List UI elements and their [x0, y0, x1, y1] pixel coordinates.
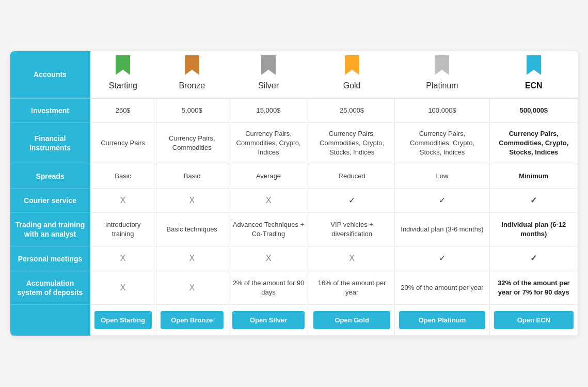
bronze-courier-value: X — [189, 196, 195, 205]
investment-sidebar: Investment — [10, 98, 90, 123]
starting-instruments: Currency Pairs — [90, 122, 156, 164]
bronze-accumulation-value: X — [189, 283, 195, 292]
silver-label: Silver — [258, 81, 279, 90]
silver-investment: 15,000$ — [228, 98, 309, 123]
gold-btn-cell: Open Gold — [309, 305, 395, 336]
starting-accumulation-value: X — [120, 283, 126, 292]
platinum-meetings-value: ✓ — [439, 254, 446, 262]
starting-courier-value: X — [120, 196, 126, 205]
bronze-meetings: X — [156, 246, 228, 271]
instruments-label: Financial Instruments — [29, 134, 71, 152]
bronze-accumulation: X — [156, 271, 228, 304]
ecn-accumulation: 32% of the amount per year or 7% for 90 … — [490, 271, 578, 304]
open-bronze-button[interactable]: Open Bronze — [161, 311, 224, 329]
header-accounts-cell: Accounts — [10, 51, 90, 98]
ecn-meetings: ✓ — [490, 246, 578, 271]
bronze-label: Bronze — [179, 81, 205, 90]
platinum-btn-cell: Open Platinum — [394, 305, 489, 336]
spreads-sidebar: Spreads — [10, 164, 90, 188]
trading-label: Trading and training with an analyst — [15, 221, 85, 238]
comparison-table: Accounts Starting — [10, 51, 578, 336]
courier-row: Courier service X X X ✓ ✓ ✓ — [10, 188, 578, 212]
open-ecn-button[interactable]: Open ECN — [494, 311, 573, 329]
bronze-investment: 5,000$ — [156, 98, 228, 123]
gold-instruments: Currency Pairs, Commodities, Crypto, Sto… — [309, 122, 395, 164]
trading-sidebar: Trading and training with an analyst — [10, 213, 90, 246]
svg-marker-4 — [435, 55, 449, 75]
button-row: Open Starting Open Bronze Open Silver Op… — [10, 305, 578, 336]
silver-meetings: X — [228, 246, 309, 271]
gold-label: Gold — [343, 81, 361, 90]
ecn-meetings-value: ✓ — [530, 254, 537, 262]
ecn-investment: 500,000$ — [490, 98, 578, 123]
platinum-courier: ✓ — [394, 188, 489, 212]
svg-marker-5 — [527, 55, 541, 75]
platinum-instruments: Currency Pairs, Commodities, Crypto, Sto… — [394, 122, 489, 164]
starting-accumulation: X — [90, 271, 156, 304]
accumulation-label: Accumulation system of deposits — [18, 279, 83, 297]
starting-investment: 250$ — [90, 98, 156, 123]
accounts-label: Accounts — [34, 70, 67, 79]
starting-courier: X — [90, 188, 156, 212]
platinum-spreads: Low — [394, 164, 489, 188]
col-header-silver: Silver — [231, 55, 306, 90]
open-starting-button[interactable]: Open Starting — [94, 311, 152, 329]
gold-spreads: Reduced — [309, 164, 395, 188]
gold-trading: VIP vehicles + diversification — [309, 213, 395, 246]
starting-icon — [114, 55, 132, 78]
ecn-icon — [525, 55, 543, 78]
ecn-spreads: Minimum — [490, 164, 578, 188]
ecn-trading: Individual plan (6-12 months) — [490, 213, 578, 246]
silver-accumulation: 2% of the amount for 90 days — [228, 271, 309, 304]
header-starting: Starting — [90, 51, 156, 98]
gold-courier: ✓ — [309, 188, 395, 212]
col-header-gold: Gold — [312, 55, 392, 90]
bronze-spreads: Basic — [156, 164, 228, 188]
silver-trading: Advanced Techniques + Co-Trading — [228, 213, 309, 246]
header-silver: Silver — [228, 51, 309, 98]
svg-marker-0 — [116, 55, 130, 75]
starting-meetings-value: X — [120, 254, 126, 262]
ecn-label: ECN — [525, 81, 543, 90]
investment-row: Investment 250$ 5,000$ 15,000$ 25,000$ 1… — [10, 98, 578, 123]
gold-meetings-value: X — [349, 254, 355, 262]
trading-row: Trading and training with an analyst Int… — [10, 213, 578, 246]
header-row: Accounts Starting — [10, 51, 578, 98]
courier-sidebar: Courier service — [10, 188, 90, 212]
silver-icon — [259, 55, 278, 78]
meetings-row: Personal meetings X X X X ✓ ✓ — [10, 246, 578, 271]
silver-meetings-value: X — [266, 254, 272, 262]
starting-meetings: X — [90, 246, 156, 271]
bronze-btn-cell: Open Bronze — [156, 305, 228, 336]
platinum-accumulation: 20% of the amount per year — [394, 271, 489, 304]
silver-courier-value: X — [266, 196, 272, 205]
starting-trading: Introductory training — [90, 213, 156, 246]
platinum-icon — [433, 55, 451, 78]
open-platinum-button[interactable]: Open Platinum — [399, 311, 485, 329]
accumulation-row: Accumulation system of deposits X X 2% o… — [10, 271, 578, 304]
instruments-row: Financial Instruments Currency Pairs Cur… — [10, 122, 578, 164]
gold-courier-value: ✓ — [348, 196, 355, 205]
silver-courier: X — [228, 188, 309, 212]
open-silver-button[interactable]: Open Silver — [232, 311, 305, 329]
investment-label: Investment — [31, 106, 69, 115]
col-header-bronze: Bronze — [159, 55, 225, 90]
gold-meetings: X — [309, 246, 395, 271]
bronze-meetings-value: X — [189, 254, 195, 262]
col-header-platinum: Platinum — [398, 55, 486, 90]
bronze-instruments: Currency Pairs, Commodities — [156, 122, 228, 164]
ecn-courier-value: ✓ — [530, 196, 537, 205]
gold-accumulation: 16% of the amount per year — [309, 271, 395, 304]
header-bronze: Bronze — [156, 51, 228, 98]
svg-marker-1 — [185, 55, 199, 75]
meetings-label: Personal meetings — [18, 255, 83, 263]
col-header-ecn: ECN — [493, 55, 575, 90]
header-platinum: Platinum — [394, 51, 489, 98]
open-gold-button[interactable]: Open Gold — [313, 311, 390, 329]
col-header-starting: Starting — [93, 55, 153, 90]
starting-label: Starting — [109, 81, 137, 90]
spreads-row: Spreads Basic Basic Average Reduced Low … — [10, 164, 578, 188]
bronze-trading: Basic techniques — [156, 213, 228, 246]
meetings-sidebar: Personal meetings — [10, 246, 90, 271]
starting-btn-cell: Open Starting — [90, 305, 156, 336]
